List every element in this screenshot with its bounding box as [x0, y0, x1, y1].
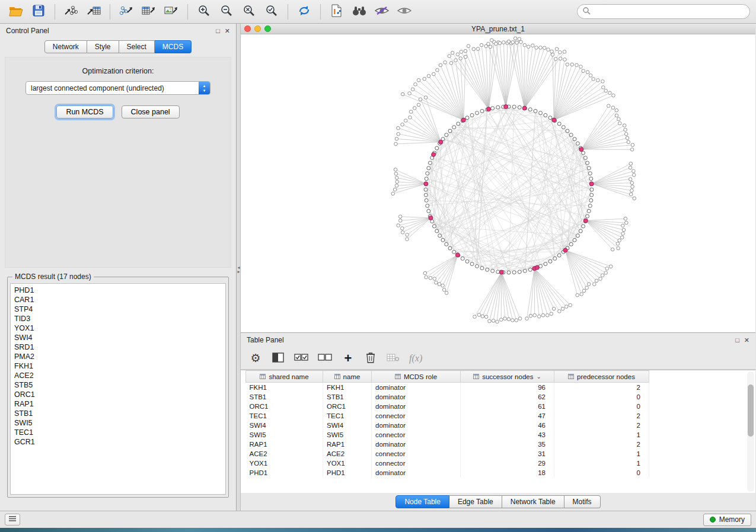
member-node[interactable] [548, 259, 552, 263]
leaf-node[interactable] [464, 49, 467, 53]
leaf-node[interactable] [630, 189, 634, 193]
leaf-node[interactable] [624, 217, 627, 220]
member-node[interactable] [582, 225, 585, 228]
mcds-result-item[interactable]: SWI4 [14, 333, 222, 342]
mcds-result-item[interactable]: CAR1 [14, 295, 222, 305]
leaf-node[interactable] [413, 107, 416, 110]
member-node[interactable] [426, 172, 429, 175]
leaf-node[interactable] [621, 232, 625, 236]
leaf-node[interactable] [502, 41, 506, 44]
open-file-button[interactable] [6, 2, 26, 21]
member-node[interactable] [486, 268, 489, 271]
run-mcds-button[interactable]: Run MCDS [56, 105, 113, 118]
leaf-node[interactable] [445, 291, 448, 295]
leaf-node[interactable] [433, 277, 436, 281]
tab-network[interactable]: Network [44, 40, 87, 53]
member-node[interactable] [445, 242, 448, 246]
member-node[interactable] [512, 105, 516, 108]
leaf-node[interactable] [393, 188, 397, 191]
leaf-node[interactable] [459, 57, 462, 60]
leaf-node[interactable] [411, 88, 414, 91]
save-button[interactable] [28, 2, 49, 21]
leaf-node[interactable] [525, 317, 529, 321]
leaf-node[interactable] [541, 313, 545, 317]
mcds-result-item[interactable]: SWI5 [14, 418, 222, 428]
table-row[interactable]: RAP1RAP1dominator352 [246, 440, 649, 449]
leaf-node[interactable] [498, 41, 502, 45]
member-node[interactable] [491, 107, 495, 110]
leaf-node[interactable] [566, 63, 569, 66]
dominator-node[interactable] [424, 182, 428, 186]
member-node[interactable] [461, 257, 464, 260]
leaf-node[interactable] [484, 315, 488, 319]
leaf-node[interactable] [449, 62, 453, 65]
mcds-result-item[interactable]: STB5 [14, 380, 222, 390]
member-node[interactable] [518, 105, 521, 109]
mcds-result-item[interactable]: YOX1 [14, 323, 222, 333]
leaf-node[interactable] [429, 276, 432, 280]
member-node[interactable] [587, 209, 591, 213]
table-row[interactable]: SWI4SWI4dominator462 [246, 421, 649, 430]
leaf-node[interactable] [559, 50, 562, 54]
leaf-node[interactable] [481, 315, 484, 318]
hide-selected-button[interactable] [372, 2, 392, 21]
leaf-node[interactable] [582, 69, 585, 73]
close-table-panel-icon[interactable]: ✕ [744, 336, 749, 344]
leaf-node[interactable] [406, 238, 409, 241]
mcds-result-item[interactable]: GCR1 [14, 437, 222, 447]
leaf-node[interactable] [397, 126, 400, 130]
leaf-node[interactable] [444, 61, 447, 65]
leaf-node[interactable] [539, 46, 543, 50]
leaf-node[interactable] [472, 47, 476, 51]
leaf-node[interactable] [518, 317, 522, 321]
leaf-node[interactable] [555, 47, 559, 51]
leaf-node[interactable] [543, 46, 546, 50]
member-node[interactable] [528, 268, 532, 271]
delete-column-button[interactable] [364, 351, 377, 366]
member-node[interactable] [465, 116, 469, 120]
leaf-node[interactable] [495, 42, 498, 46]
leaf-node[interactable] [477, 313, 481, 317]
member-node[interactable] [589, 177, 593, 181]
member-node[interactable] [539, 111, 543, 115]
import-table-button[interactable] [84, 2, 104, 21]
leaf-node[interactable] [529, 314, 532, 318]
leaf-node[interactable] [585, 286, 589, 290]
dominator-node[interactable] [535, 265, 539, 270]
member-node[interactable] [588, 204, 592, 207]
member-node[interactable] [557, 254, 561, 257]
leaf-node[interactable] [436, 68, 439, 72]
leaf-node[interactable] [391, 192, 395, 196]
leaf-node[interactable] [629, 166, 632, 169]
leaf-node[interactable] [620, 236, 624, 239]
member-node[interactable] [424, 193, 428, 197]
leaf-node[interactable] [487, 42, 490, 46]
leaf-node[interactable] [480, 43, 483, 47]
window-minimize-icon[interactable] [254, 25, 261, 32]
leaf-node[interactable] [604, 89, 608, 92]
leaf-node[interactable] [550, 50, 554, 53]
leaf-node[interactable] [589, 74, 592, 78]
close-panel-icon[interactable]: ✕ [225, 27, 230, 35]
leaf-node[interactable] [561, 307, 564, 310]
leaf-node[interactable] [564, 305, 568, 309]
leaf-node[interactable] [451, 51, 454, 55]
dominator-node[interactable] [432, 152, 436, 156]
member-node[interactable] [566, 129, 569, 133]
table-row[interactable]: PHD1PHD1dominator180 [246, 468, 649, 477]
member-node[interactable] [465, 259, 469, 263]
leaf-node[interactable] [616, 242, 620, 246]
zoom-selected-button[interactable] [261, 2, 282, 21]
member-node[interactable] [496, 270, 500, 274]
member-node[interactable] [432, 225, 436, 228]
leaf-node[interactable] [624, 128, 627, 132]
leaf-node[interactable] [563, 58, 567, 62]
mcds-result-item[interactable]: STP4 [14, 305, 222, 314]
leaf-node[interactable] [632, 169, 636, 173]
leaf-node[interactable] [629, 162, 633, 165]
float-panel-icon[interactable]: □ [216, 27, 220, 35]
leaf-node[interactable] [460, 50, 463, 54]
leaf-node[interactable] [617, 246, 620, 250]
leaf-node[interactable] [632, 174, 636, 177]
tab-motifs[interactable]: Motifs [564, 495, 601, 508]
